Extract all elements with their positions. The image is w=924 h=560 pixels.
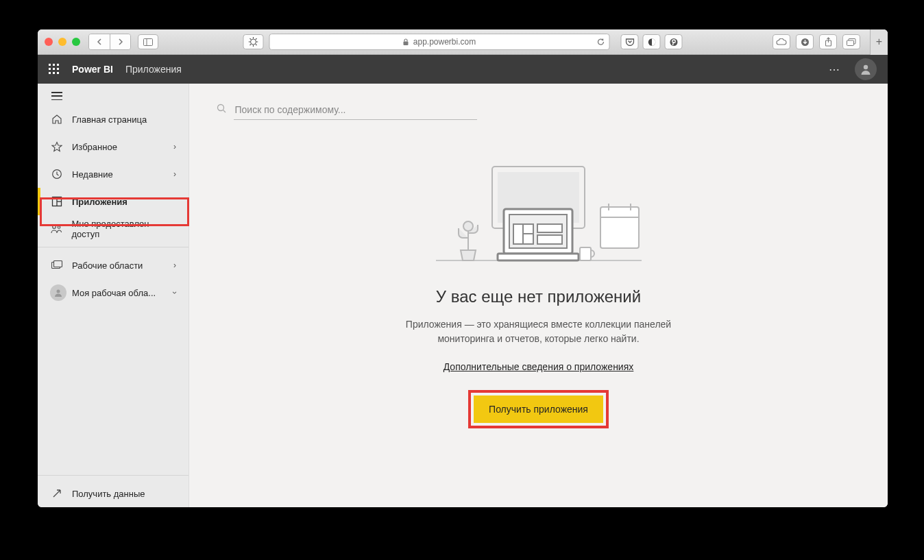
sidebar-toggle[interactable] [38, 84, 189, 106]
svg-line-9 [250, 44, 252, 45]
downloads-button[interactable] [796, 34, 814, 49]
url-text: app.powerbi.com [413, 37, 476, 47]
show-tabs-button[interactable] [842, 34, 860, 49]
lock-icon [403, 38, 409, 46]
svg-rect-19 [847, 40, 854, 46]
svg-rect-11 [404, 41, 409, 45]
svg-rect-44 [580, 247, 591, 260]
share-button[interactable] [819, 34, 837, 49]
main-panel: У вас еще нет приложений Приложения — эт… [189, 84, 888, 507]
empty-description: Приложения — это хранящиеся вместе колле… [395, 317, 683, 346]
safari-settings-button[interactable] [243, 34, 264, 49]
safari-sidebar-button[interactable] [138, 34, 158, 49]
sidebar-item-label: Рабочие области [72, 260, 143, 271]
sidebar-separator [38, 247, 189, 247]
content-area: Главная страница Избранное › Недавние › [38, 84, 888, 507]
svg-point-35 [463, 221, 473, 231]
shared-icon [50, 224, 63, 234]
workspaces-icon [50, 260, 64, 270]
search-input[interactable] [234, 100, 477, 120]
minimize-window-button[interactable] [58, 38, 66, 46]
svg-rect-41 [537, 224, 562, 232]
brand-label: Power BI [72, 64, 113, 75]
clock-icon [50, 169, 64, 180]
sidebar-item-home[interactable]: Главная страница [38, 106, 189, 133]
sidebar-item-get-data[interactable]: Получить данные [38, 480, 189, 507]
svg-rect-45 [600, 207, 639, 248]
search-icon [217, 104, 227, 117]
adblock-extension-icon[interactable] [643, 34, 661, 49]
sidebar-item-workspaces[interactable]: Рабочие области › [38, 252, 189, 279]
browser-window: app.powerbi.com [38, 29, 888, 507]
get-data-icon [50, 489, 64, 498]
reload-icon[interactable] [597, 38, 605, 46]
empty-title: У вас еще нет приложений [436, 287, 641, 306]
svg-point-25 [53, 225, 56, 228]
sidebar-item-label: Недавние [72, 169, 113, 180]
home-icon [50, 114, 64, 125]
account-avatar[interactable] [855, 58, 877, 80]
person-icon [860, 63, 872, 75]
hamburger-icon [51, 92, 62, 100]
svg-point-29 [57, 290, 60, 293]
chevron-right-icon: › [173, 260, 176, 270]
svg-point-30 [217, 105, 223, 111]
chevron-right-icon: › [173, 142, 176, 151]
sidebar-item-apps[interactable]: Приложения [38, 188, 189, 215]
sidebar-item-label: Мне предоставлен доступ [71, 219, 176, 239]
svg-rect-42 [537, 235, 562, 244]
annotation-highlight-button: Получить приложения [468, 390, 609, 428]
apps-icon [50, 196, 64, 207]
sidebar-item-label: Приложения [72, 197, 127, 207]
sidebar-item-label: Избранное [72, 142, 117, 152]
sidebar: Главная страница Избранное › Недавние › [38, 84, 189, 507]
svg-rect-28 [53, 261, 62, 267]
svg-point-26 [58, 226, 60, 228]
svg-line-7 [250, 38, 252, 40]
safari-toolbar: app.powerbi.com [38, 29, 888, 55]
header-more-button[interactable]: ⋯ [829, 63, 841, 76]
sidebar-item-label: Моя рабочая обла... [72, 288, 156, 298]
svg-point-2 [251, 39, 256, 45]
new-tab-button[interactable]: + [870, 29, 888, 55]
search-row [217, 100, 477, 120]
pinterest-extension-icon[interactable] [665, 34, 683, 49]
close-window-button[interactable] [45, 38, 53, 46]
svg-line-8 [256, 44, 257, 45]
svg-line-31 [223, 110, 226, 113]
empty-illustration [436, 161, 642, 271]
forward-button[interactable] [110, 34, 130, 49]
sidebar-item-favorites[interactable]: Избранное › [38, 133, 189, 160]
empty-state: У вас еще нет приложений Приложения — эт… [395, 161, 683, 428]
star-icon [50, 141, 64, 152]
workspace-avatar-icon [50, 284, 66, 301]
sidebar-item-label: Главная страница [72, 114, 147, 125]
learn-more-link[interactable]: Дополнительные сведения о приложениях [443, 361, 634, 372]
window-controls [45, 38, 80, 46]
pocket-extension-icon[interactable] [621, 34, 639, 49]
svg-rect-0 [144, 38, 153, 45]
sidebar-item-label: Получить данные [72, 489, 145, 499]
powerbi-header: Power BI Приложения ⋯ [38, 55, 888, 84]
icloud-tabs-button[interactable] [773, 34, 790, 49]
sidebar-separator [38, 475, 189, 476]
svg-rect-43 [498, 254, 579, 260]
maximize-window-button[interactable] [72, 38, 80, 46]
nav-back-forward [88, 34, 131, 50]
svg-line-10 [256, 38, 257, 40]
back-button[interactable] [89, 34, 110, 49]
chevron-right-icon: › [173, 169, 176, 179]
app-launcher-icon[interactable] [49, 64, 60, 75]
extension-buttons [621, 34, 683, 49]
address-bar[interactable]: app.powerbi.com [269, 34, 610, 50]
svg-point-20 [864, 65, 868, 69]
chevron-down-icon: › [170, 291, 180, 294]
sidebar-item-shared[interactable]: Мне предоставлен доступ [38, 215, 189, 243]
get-apps-button[interactable]: Получить приложения [474, 395, 603, 423]
section-label: Приложения [125, 64, 182, 75]
sidebar-item-recent[interactable]: Недавние › [38, 160, 189, 188]
sidebar-item-my-workspace[interactable]: Моя рабочая обла... › [38, 279, 189, 306]
